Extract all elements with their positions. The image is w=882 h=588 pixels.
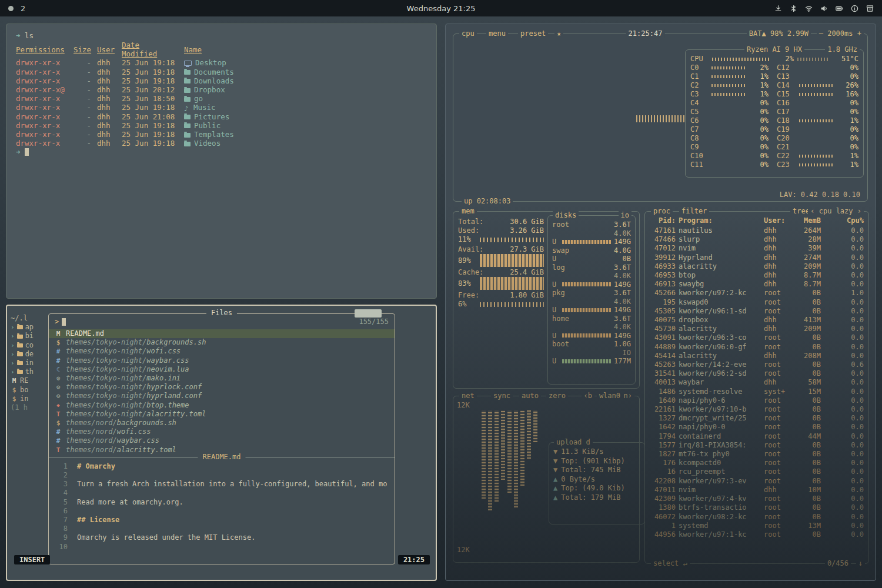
net-zero-toggle[interactable]: zero <box>546 392 568 400</box>
file-list-item[interactable]: #themes/tokyo-night/waybar.css <box>49 356 395 365</box>
process-row[interactable]: 22161kworker/u97:10-broot0B0.0 <box>650 405 864 414</box>
process-row[interactable]: 46933alacrittydhh209M0.0 <box>650 262 864 271</box>
process-row[interactable]: 43091kworker/u96:3-coroot0B0.0 <box>650 333 864 342</box>
tree-item[interactable]: ›bi <box>11 332 45 340</box>
file-list-item[interactable]: #themes/nord/waybar.css <box>49 436 395 445</box>
io-toggle[interactable]: io <box>619 211 632 220</box>
process-row[interactable]: 45263kworker/14:2-everoot0B0.6 <box>650 360 864 369</box>
workspace-indicator[interactable]: 2 <box>21 4 25 13</box>
file-list-item[interactable]: MREADME.md <box>49 329 395 338</box>
tree-item[interactable]: ›th <box>11 368 45 376</box>
scroll-down-icon[interactable]: ↓ <box>856 559 865 568</box>
sort-next-icon[interactable]: › <box>857 207 861 215</box>
tree-item[interactable]: $bo <box>11 386 45 395</box>
file-list-item[interactable]: #themes/tokyo-night/wofi.css <box>49 347 395 356</box>
net-sync-toggle[interactable]: sync <box>491 392 513 400</box>
battery-icon[interactable] <box>836 5 843 12</box>
process-row[interactable]: 44956kworker/u97:1-kcroot0B0.0 <box>650 530 864 539</box>
process-row[interactable]: 42309kworker/u97:4-kvroot0B0.0 <box>650 495 864 503</box>
process-row[interactable]: 45414alacrittydhh208M0.0 <box>650 352 864 360</box>
process-row[interactable]: 45266kworker/u97:2-kcroot0B1.0 <box>650 289 864 298</box>
process-row[interactable]: 45730alacrittydhh209M0.0 <box>650 325 864 333</box>
file-list-item[interactable]: $themes/nord/backgrounds.sh <box>49 419 395 427</box>
tree-item[interactable]: ›de <box>11 350 45 359</box>
file-list-item[interactable]: ☾themes/tokyo-night/neovim.lua <box>49 365 395 374</box>
process-row[interactable]: 1486systemd-resolvesyst+15M0.0 <box>650 387 864 396</box>
tree-item[interactable]: ›in <box>11 359 45 368</box>
process-row[interactable]: 1794containerdroot44M0.0 <box>650 432 864 441</box>
menu-dot-icon[interactable] <box>8 6 14 11</box>
proc-box-title[interactable]: proc <box>651 207 673 216</box>
select-hint[interactable]: select ↵ <box>651 559 690 568</box>
process-row[interactable]: 1systemdroot13M0.0 <box>650 522 864 530</box>
volume-icon[interactable] <box>820 5 828 12</box>
file-list-item[interactable]: Tthemes/tokyo-night/alacritty.toml <box>49 410 395 419</box>
process-row[interactable]: 40075dropboxdhh413M0.0 <box>650 316 864 325</box>
sort-prev-icon[interactable]: ‹ <box>810 207 814 215</box>
process-row[interactable]: 46953btopdhh8.7M0.0 <box>650 271 864 280</box>
tree-item[interactable]: MRE <box>11 376 45 385</box>
file-list-item[interactable]: ◆themes/tokyo-night/btop.theme <box>49 401 395 410</box>
net-auto-toggle[interactable]: auto <box>519 392 541 400</box>
process-row[interactable]: 1640napi/phy0-6root0B0.0 <box>650 396 864 405</box>
net-box-title[interactable]: net <box>459 392 477 400</box>
proc-column-header[interactable]: Program: <box>679 216 761 225</box>
tray-icon[interactable] <box>774 5 782 12</box>
cpu-box-title[interactable]: cpu <box>459 29 477 38</box>
shell-icon: $ <box>55 338 62 347</box>
disks-title[interactable]: disks <box>553 211 579 220</box>
process-row[interactable]: 176kcompactd0root0B0.0 <box>650 459 864 467</box>
process-row[interactable]: 1827mt76-tx phy0root0B0.0 <box>650 450 864 459</box>
tree-item[interactable]: (1 h <box>11 403 45 412</box>
file-list-item[interactable]: ⚙themes/tokyo-night/mako.ini <box>49 374 395 383</box>
iface-prev-button[interactable]: ‹b <box>582 392 594 400</box>
proc-column-header[interactable]: Cpu% <box>844 216 864 225</box>
bluetooth-icon[interactable] <box>790 5 797 12</box>
file-list-item[interactable]: ⚙themes/tokyo-night/hyprland.conf <box>49 392 395 400</box>
process-row[interactable]: 39912Hyprlanddhh274M0.0 <box>650 253 864 262</box>
process-row[interactable]: 46072kworker/u98:2-kcroot0B0.0 <box>650 513 864 522</box>
preset-button[interactable]: preset <box>518 29 548 38</box>
process-row[interactable]: 31541kworker/u96:2-sdroot0B0.0 <box>650 369 864 378</box>
interval-decrease-button[interactable]: — <box>819 29 823 38</box>
tree-item[interactable]: ›ap <box>11 323 45 332</box>
proc-column-header[interactable]: MemB <box>794 216 821 225</box>
archive-icon[interactable] <box>866 5 874 12</box>
proc-column-header[interactable]: User: <box>764 216 791 225</box>
preset-star-icon[interactable]: ★ <box>554 29 563 38</box>
file-list-item[interactable]: ⚙themes/tokyo-night/hyprlock.conf <box>49 383 395 392</box>
interval-increase-button[interactable]: + <box>857 29 861 38</box>
info-icon[interactable] <box>851 5 858 12</box>
filter-button[interactable]: filter <box>679 207 709 216</box>
proc-column-header[interactable]: Pid: <box>650 216 676 225</box>
process-row[interactable]: 195kswapd0root0B0.0 <box>650 298 864 307</box>
mem-box-title[interactable]: mem <box>459 207 477 216</box>
tree-item[interactable]: ›co <box>11 341 45 350</box>
process-row[interactable]: 1380btrfs-transactioroot0B0.0 <box>650 503 864 512</box>
iface-next-button[interactable]: n› <box>622 392 634 400</box>
process-row[interactable]: 46913swaybgdhh8.7M0.0 <box>650 280 864 289</box>
process-row[interactable]: 1327dmcrypt_write/25root0B0.0 <box>650 414 864 423</box>
process-row[interactable]: 16rcu_preemptroot0B0.0 <box>650 467 864 476</box>
file-list-item[interactable]: $themes/tokyo-night/backgrounds.sh <box>49 338 395 347</box>
process-row[interactable]: 1577irq/81-PIXA3854:root0B0.0 <box>650 441 864 450</box>
process-row[interactable]: 1642napi/phy0-0root0B0.0 <box>650 423 864 432</box>
sort-selector[interactable]: ‹ cpu lazy › <box>808 207 864 216</box>
process-row[interactable]: 47012nvimdhh39M0.0 <box>650 244 864 253</box>
prompt-line-2[interactable]: ➜ <box>16 148 427 157</box>
process-row[interactable]: 47161nautilusdhh264M0.0 <box>650 226 864 235</box>
wifi-icon[interactable] <box>805 5 813 12</box>
process-row[interactable]: 42208kworker/u97:3-evroot0B0.0 <box>650 477 864 486</box>
process-row[interactable]: 47466slurpdhh28M0.0 <box>650 235 864 244</box>
download-arrow-icon: ▼ <box>553 457 557 466</box>
process-row[interactable]: 45305kworker/u96:1-sdroot0B0.0 <box>650 307 864 316</box>
menu-button[interactable]: menu <box>486 29 508 38</box>
process-row[interactable]: 40013waybardhh58M0.0 <box>650 378 864 387</box>
tree-item[interactable]: ~/.l <box>11 314 45 323</box>
file-list-item[interactable]: #themes/nord/wofi.css <box>49 427 395 436</box>
proc-column-header[interactable] <box>824 216 841 225</box>
process-row[interactable]: 44889kworker/u96:0-gfroot0B0.0 <box>650 343 864 352</box>
tree-item[interactable]: $in <box>11 395 45 403</box>
picker-scrollbar-thumb[interactable] <box>355 309 382 318</box>
process-row[interactable]: 47011nvimdhh10M0.0 <box>650 486 864 495</box>
